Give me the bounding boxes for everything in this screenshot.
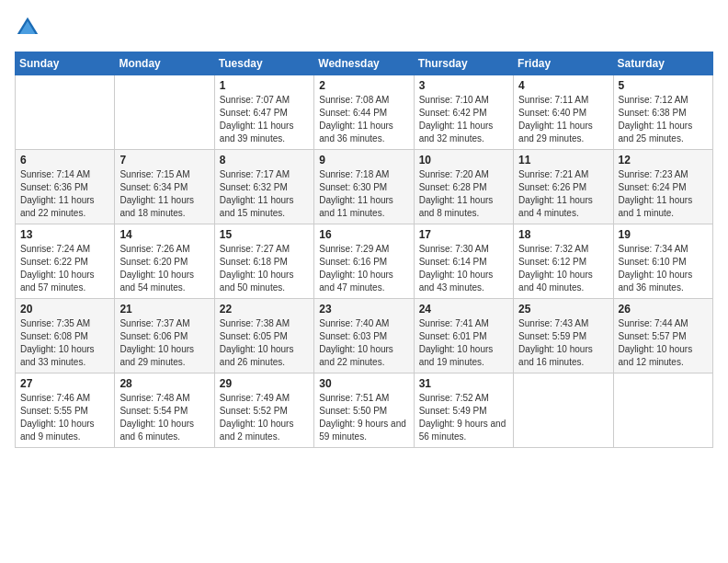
- day-info: Sunrise: 7:34 AMSunset: 6:10 PMDaylight:…: [619, 243, 708, 294]
- day-number: 3: [419, 79, 508, 92]
- day-number: 25: [518, 303, 608, 316]
- day-cell: 19Sunrise: 7:34 AMSunset: 6:10 PMDayligh…: [613, 224, 712, 299]
- day-number: 12: [619, 154, 708, 167]
- day-cell: 11Sunrise: 7:21 AMSunset: 6:26 PMDayligh…: [514, 150, 613, 224]
- day-cell: 25Sunrise: 7:43 AMSunset: 5:59 PMDayligh…: [514, 299, 613, 373]
- day-cell: [115, 75, 214, 150]
- day-number: 23: [319, 303, 408, 316]
- day-number: 31: [419, 377, 508, 390]
- page-header: [15, 15, 713, 40]
- day-cell: 7Sunrise: 7:15 AMSunset: 6:34 PMDaylight…: [115, 150, 214, 224]
- day-cell: 31Sunrise: 7:52 AMSunset: 5:49 PMDayligh…: [414, 373, 513, 448]
- day-number: 17: [419, 228, 508, 241]
- day-cell: 14Sunrise: 7:26 AMSunset: 6:20 PMDayligh…: [115, 224, 214, 299]
- calendar-header-row: SundayMondayTuesdayWednesdayThursdayFrid…: [16, 52, 713, 75]
- week-row-1: 1Sunrise: 7:07 AMSunset: 6:47 PMDaylight…: [16, 75, 713, 150]
- day-number: 29: [220, 377, 309, 390]
- calendar-body: 1Sunrise: 7:07 AMSunset: 6:47 PMDaylight…: [16, 75, 713, 448]
- day-cell: 8Sunrise: 7:17 AMSunset: 6:32 PMDaylight…: [214, 150, 313, 224]
- day-cell: 5Sunrise: 7:12 AMSunset: 6:38 PMDaylight…: [613, 75, 712, 150]
- day-info: Sunrise: 7:46 AMSunset: 5:55 PMDaylight:…: [20, 392, 109, 443]
- day-number: 21: [119, 303, 209, 316]
- day-number: 28: [119, 377, 209, 390]
- day-info: Sunrise: 7:11 AMSunset: 6:40 PMDaylight:…: [518, 94, 608, 145]
- day-info: Sunrise: 7:26 AMSunset: 6:20 PMDaylight:…: [119, 243, 209, 294]
- day-info: Sunrise: 7:37 AMSunset: 6:06 PMDaylight:…: [119, 317, 209, 369]
- day-info: Sunrise: 7:14 AMSunset: 6:36 PMDaylight:…: [20, 168, 109, 220]
- day-cell: 27Sunrise: 7:46 AMSunset: 5:55 PMDayligh…: [16, 373, 115, 448]
- day-cell: 30Sunrise: 7:51 AMSunset: 5:50 PMDayligh…: [314, 373, 414, 448]
- day-number: 8: [220, 154, 309, 167]
- day-number: 1: [220, 79, 309, 92]
- day-number: 9: [319, 154, 408, 167]
- header-friday: Friday: [514, 52, 613, 75]
- day-info: Sunrise: 7:17 AMSunset: 6:32 PMDaylight:…: [220, 168, 309, 220]
- day-info: Sunrise: 7:52 AMSunset: 5:49 PMDaylight:…: [419, 392, 508, 443]
- day-number: 16: [319, 228, 408, 241]
- day-cell: 22Sunrise: 7:38 AMSunset: 6:05 PMDayligh…: [214, 299, 313, 373]
- day-number: 10: [419, 154, 508, 167]
- day-cell: 12Sunrise: 7:23 AMSunset: 6:24 PMDayligh…: [613, 150, 712, 224]
- day-info: Sunrise: 7:35 AMSunset: 6:08 PMDaylight:…: [20, 317, 109, 369]
- day-cell: [16, 75, 115, 150]
- day-cell: 1Sunrise: 7:07 AMSunset: 6:47 PMDaylight…: [214, 75, 313, 150]
- day-number: 4: [518, 79, 608, 92]
- day-info: Sunrise: 7:40 AMSunset: 6:03 PMDaylight:…: [319, 317, 408, 369]
- day-cell: 16Sunrise: 7:29 AMSunset: 6:16 PMDayligh…: [314, 224, 414, 299]
- day-number: 7: [119, 154, 209, 167]
- day-cell: 13Sunrise: 7:24 AMSunset: 6:22 PMDayligh…: [16, 224, 115, 299]
- day-info: Sunrise: 7:20 AMSunset: 6:28 PMDaylight:…: [419, 168, 508, 220]
- day-number: 6: [20, 154, 109, 167]
- day-cell: 23Sunrise: 7:40 AMSunset: 6:03 PMDayligh…: [314, 299, 414, 373]
- day-info: Sunrise: 7:32 AMSunset: 6:12 PMDaylight:…: [518, 243, 608, 294]
- week-row-3: 13Sunrise: 7:24 AMSunset: 6:22 PMDayligh…: [16, 224, 713, 299]
- day-info: Sunrise: 7:41 AMSunset: 6:01 PMDaylight:…: [419, 317, 508, 369]
- day-number: 26: [619, 303, 708, 316]
- day-number: 24: [419, 303, 508, 316]
- day-info: Sunrise: 7:07 AMSunset: 6:47 PMDaylight:…: [220, 94, 309, 145]
- day-cell: 10Sunrise: 7:20 AMSunset: 6:28 PMDayligh…: [414, 150, 513, 224]
- header-sunday: Sunday: [16, 52, 115, 75]
- week-row-2: 6Sunrise: 7:14 AMSunset: 6:36 PMDaylight…: [16, 150, 713, 224]
- header-tuesday: Tuesday: [214, 52, 313, 75]
- day-cell: 24Sunrise: 7:41 AMSunset: 6:01 PMDayligh…: [414, 299, 513, 373]
- day-info: Sunrise: 7:30 AMSunset: 6:14 PMDaylight:…: [419, 243, 508, 294]
- day-info: Sunrise: 7:18 AMSunset: 6:30 PMDaylight:…: [319, 168, 408, 220]
- week-row-4: 20Sunrise: 7:35 AMSunset: 6:08 PMDayligh…: [16, 299, 713, 373]
- day-number: 20: [20, 303, 109, 316]
- day-cell: 18Sunrise: 7:32 AMSunset: 6:12 PMDayligh…: [514, 224, 613, 299]
- day-cell: 26Sunrise: 7:44 AMSunset: 5:57 PMDayligh…: [613, 299, 712, 373]
- day-number: 2: [319, 79, 408, 92]
- day-number: 13: [20, 228, 109, 241]
- day-number: 22: [220, 303, 309, 316]
- day-cell: 28Sunrise: 7:48 AMSunset: 5:54 PMDayligh…: [115, 373, 214, 448]
- day-number: 19: [619, 228, 708, 241]
- day-info: Sunrise: 7:38 AMSunset: 6:05 PMDaylight:…: [220, 317, 309, 369]
- day-cell: [613, 373, 712, 448]
- day-cell: 6Sunrise: 7:14 AMSunset: 6:36 PMDaylight…: [16, 150, 115, 224]
- calendar-table: SundayMondayTuesdayWednesdayThursdayFrid…: [15, 52, 713, 448]
- day-number: 18: [518, 228, 608, 241]
- day-number: 14: [119, 228, 209, 241]
- header-wednesday: Wednesday: [314, 52, 414, 75]
- day-number: 11: [518, 154, 608, 167]
- day-cell: 9Sunrise: 7:18 AMSunset: 6:30 PMDaylight…: [314, 150, 414, 224]
- day-number: 5: [619, 79, 708, 92]
- header-saturday: Saturday: [613, 52, 712, 75]
- day-cell: [514, 373, 613, 448]
- day-number: 27: [20, 377, 109, 390]
- week-row-5: 27Sunrise: 7:46 AMSunset: 5:55 PMDayligh…: [16, 373, 713, 448]
- day-info: Sunrise: 7:15 AMSunset: 6:34 PMDaylight:…: [119, 168, 209, 220]
- day-cell: 3Sunrise: 7:10 AMSunset: 6:42 PMDaylight…: [414, 75, 513, 150]
- header-thursday: Thursday: [414, 52, 513, 75]
- day-number: 15: [220, 228, 309, 241]
- day-info: Sunrise: 7:23 AMSunset: 6:24 PMDaylight:…: [619, 168, 708, 220]
- day-info: Sunrise: 7:49 AMSunset: 5:52 PMDaylight:…: [220, 392, 309, 443]
- day-info: Sunrise: 7:08 AMSunset: 6:44 PMDaylight:…: [319, 94, 408, 145]
- day-info: Sunrise: 7:44 AMSunset: 5:57 PMDaylight:…: [619, 317, 708, 369]
- day-info: Sunrise: 7:48 AMSunset: 5:54 PMDaylight:…: [119, 392, 209, 443]
- day-cell: 29Sunrise: 7:49 AMSunset: 5:52 PMDayligh…: [214, 373, 313, 448]
- day-cell: 17Sunrise: 7:30 AMSunset: 6:14 PMDayligh…: [414, 224, 513, 299]
- day-cell: 2Sunrise: 7:08 AMSunset: 6:44 PMDaylight…: [314, 75, 414, 150]
- logo: [15, 15, 44, 40]
